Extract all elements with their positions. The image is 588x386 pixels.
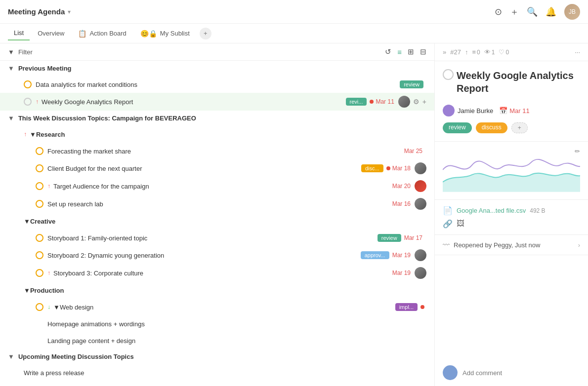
- comment-input[interactable]: [462, 369, 580, 377]
- item-checkbox[interactable]: [36, 269, 43, 277]
- item-date: Mar 19: [392, 270, 411, 276]
- user-avatar[interactable]: JB: [564, 4, 580, 20]
- item-avatar: [415, 198, 426, 210]
- list-item[interactable]: ↑ ▼ Research: [0, 126, 434, 143]
- item-badge-approved[interactable]: approv...: [361, 251, 389, 259]
- like-count: 0: [505, 49, 509, 56]
- list-item[interactable]: Landing page content + design: [0, 332, 434, 349]
- item-avatar: [415, 249, 426, 261]
- chart-edit-icon[interactable]: ✏: [575, 148, 580, 155]
- right-nav: » #27 ↑ ≡0 👁1 ♡0: [443, 48, 509, 56]
- item-checkbox[interactable]: [36, 303, 43, 311]
- link-icon[interactable]: 🔗: [443, 219, 453, 229]
- title-chevron-icon[interactable]: ▾: [68, 8, 71, 15]
- list-item[interactable]: Set up research lab Mar 16: [0, 195, 434, 213]
- list-item[interactable]: ↓ ▼ Web design impl...: [0, 299, 434, 315]
- section-this-week[interactable]: ▼ This Week Discussion Topics: Campaign …: [0, 111, 434, 126]
- list-item[interactable]: ▼ Production: [0, 282, 434, 299]
- task-assignee[interactable]: Jamie Burke: [443, 105, 493, 116]
- list-item[interactable]: Data analytics for market conditions rev…: [0, 76, 434, 93]
- list-item[interactable]: ↑ Target Audience for the campaign Mar 2…: [0, 177, 434, 195]
- item-badge-revi[interactable]: revi...: [346, 98, 367, 106]
- tab-my-sublist[interactable]: 😊🔒 My Sublist: [134, 27, 196, 40]
- task-tags: review discuss +: [443, 122, 580, 133]
- item-settings-icon[interactable]: ⚙: [413, 98, 420, 106]
- list-item[interactable]: Write a press release: [0, 364, 434, 381]
- priority-up-icon: ↑: [36, 98, 39, 105]
- item-checkbox[interactable]: [36, 147, 43, 155]
- list-item[interactable]: Client Budget for the next quarter disc.…: [0, 159, 434, 177]
- expand-icon[interactable]: ⊟: [420, 47, 426, 56]
- main-content: ▼ Filter ↺ ≡ ⊞ ⊟ ▼ Previous Meeting Data…: [0, 43, 588, 386]
- item-checkbox[interactable]: [36, 164, 43, 172]
- item-add-icon[interactable]: +: [422, 98, 426, 106]
- plus-icon[interactable]: ＋: [510, 6, 519, 18]
- item-checkbox[interactable]: [36, 234, 43, 242]
- item-text: Data analytics for market conditions: [36, 81, 400, 88]
- section-this-week-label: This Week Discussion Topics: Campaign fo…: [18, 115, 196, 122]
- like-count-icon[interactable]: ♡0: [499, 48, 509, 56]
- item-text: Forecasting the market share: [47, 148, 404, 155]
- item-date: Mar 19: [392, 252, 411, 259]
- task-due-date[interactable]: 📅 Mar 11: [499, 107, 529, 115]
- item-checkbox[interactable]: [36, 251, 43, 259]
- panel-expand-icon[interactable]: »: [443, 48, 446, 56]
- activity-text: Reopened by Peggy, Just now: [454, 241, 574, 249]
- item-checkbox[interactable]: [24, 80, 32, 88]
- tag-review[interactable]: review: [443, 122, 472, 133]
- add-tab-button[interactable]: +: [200, 28, 211, 39]
- item-checkbox[interactable]: [36, 182, 43, 190]
- my-sublist-icon: 😊🔒: [140, 30, 157, 38]
- comment-avatar: [443, 365, 458, 380]
- list-item[interactable]: ▼ Creative: [0, 213, 434, 230]
- section-previous-meeting[interactable]: ▼ Previous Meeting: [0, 61, 434, 76]
- item-badge-impl[interactable]: impl...: [395, 303, 418, 311]
- list-item[interactable]: Forecasting the market share Mar 25: [0, 143, 434, 159]
- file-icon: 📄: [443, 206, 453, 215]
- filter-icon[interactable]: ▼: [8, 48, 14, 56]
- tab-overview[interactable]: Overview: [32, 27, 70, 40]
- item-badge-review[interactable]: review: [378, 234, 401, 242]
- tab-action-board[interactable]: 📋 Action Board: [72, 27, 132, 40]
- columns-icon[interactable]: ⊞: [408, 47, 414, 56]
- view-count-icon[interactable]: 👁1: [484, 48, 495, 56]
- list-view-icon[interactable]: ≡: [397, 48, 402, 56]
- filter-label[interactable]: Filter: [18, 48, 33, 56]
- collapse-icon: ▼: [24, 218, 30, 225]
- list-item[interactable]: Storyboard 1: Family-oriented topic revi…: [0, 230, 434, 246]
- app-title: Meeting Agenda: [8, 7, 65, 16]
- tag-discuss[interactable]: discuss: [476, 122, 507, 133]
- user-dot: [420, 305, 424, 309]
- bell-icon[interactable]: 🔔: [546, 6, 556, 17]
- tab-list[interactable]: List: [8, 26, 30, 40]
- task-status-button[interactable]: [443, 69, 454, 80]
- comment-count-icon[interactable]: ≡0: [472, 48, 480, 56]
- image-icon[interactable]: 🖼: [457, 219, 464, 229]
- item-badge-review[interactable]: review: [400, 80, 423, 88]
- item-badge-discuss[interactable]: disc...: [361, 164, 383, 172]
- task-title-section: Weekly Google Analytics Report Jamie Bur…: [435, 61, 588, 142]
- item-checkbox[interactable]: [24, 98, 32, 106]
- list-item[interactable]: Homepage animations + wordings: [0, 315, 434, 332]
- activity-section[interactable]: 〰 Reopened by Peggy, Just now ›: [435, 235, 588, 255]
- assignee-avatar: [443, 105, 455, 116]
- tag-add-button[interactable]: +: [511, 122, 528, 133]
- app-header: Meeting Agenda ▾ ⊙ ＋ 🔍 🔔 JB: [0, 0, 588, 24]
- globe-icon[interactable]: ⊙: [495, 6, 502, 17]
- section-upcoming[interactable]: ▼ Upcoming Meeting Discussion Topics: [0, 349, 434, 364]
- toolbar-left: ▼ Filter: [8, 48, 33, 56]
- item-text: Landing page content + design: [47, 337, 426, 345]
- collapse-icon: ▼: [53, 304, 60, 311]
- activity-chevron-icon: ›: [578, 241, 580, 249]
- nav-up-icon[interactable]: ↑: [465, 48, 468, 56]
- item-checkbox[interactable]: [36, 200, 43, 208]
- list-item[interactable]: Storyboard 2: Dynamic young generation a…: [0, 246, 434, 264]
- more-options-icon[interactable]: ···: [575, 48, 580, 56]
- due-date: Mar 11: [509, 107, 529, 115]
- list-item[interactable]: ↑ Weekly Google Analytics Report revi...…: [0, 93, 434, 111]
- file-name[interactable]: Google Ana...ted file.csv: [457, 207, 526, 214]
- search-icon[interactable]: 🔍: [527, 6, 538, 17]
- collapse-icon: ▼: [24, 287, 30, 294]
- refresh-icon[interactable]: ↺: [385, 47, 391, 56]
- list-item[interactable]: ↑ Storyboard 3: Corporate culture Mar 19: [0, 264, 434, 282]
